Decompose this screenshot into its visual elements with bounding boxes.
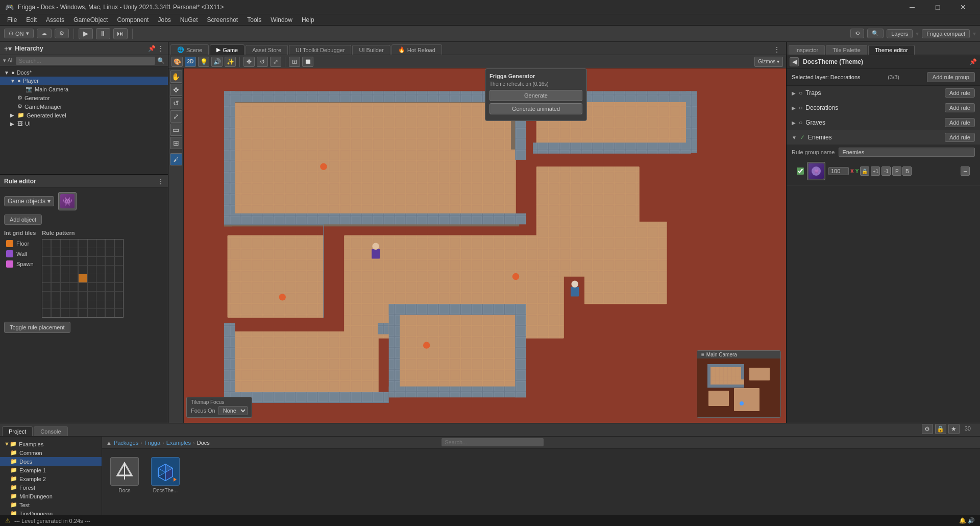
- p-button[interactable]: P: [892, 166, 901, 176]
- rule-cell-5-2[interactable]: [61, 283, 69, 291]
- file-item-common[interactable]: 📁 Common: [0, 448, 102, 457]
- rule-cell-6-0[interactable]: [42, 292, 51, 300]
- nav-back-button[interactable]: ◀: [790, 57, 799, 66]
- rule-cell-3-5[interactable]: [88, 266, 96, 274]
- rule-cell-8-8[interactable]: [115, 309, 123, 317]
- inspector-pin-icon[interactable]: 📌: [969, 58, 977, 65]
- file-item-docs[interactable]: 📁 Docs: [0, 457, 102, 466]
- rule-cell-7-5[interactable]: [88, 300, 96, 308]
- rotate-tool-button[interactable]: ↺: [170, 97, 182, 109]
- breadcrumb-examples[interactable]: Examples: [166, 440, 191, 446]
- rule-cell-2-3[interactable]: [69, 257, 78, 265]
- maximize-button[interactable]: □: [926, 0, 949, 14]
- rule-cell-8-0[interactable]: [42, 309, 51, 317]
- search-button[interactable]: 🔍: [867, 29, 884, 38]
- view-grid-button[interactable]: ⊞: [289, 57, 300, 67]
- minus-one-button[interactable]: -1: [881, 166, 891, 176]
- menu-tools[interactable]: Tools: [243, 15, 265, 25]
- rule-cell-7-2[interactable]: [61, 300, 69, 308]
- menu-gameobject[interactable]: GameObject: [69, 15, 112, 25]
- file-item-examples[interactable]: ▼📁 Examples: [0, 440, 102, 448]
- asset-store-tab[interactable]: Asset Store: [246, 45, 288, 55]
- move-tool-button[interactable]: ✥: [170, 84, 182, 96]
- hierarchy-menu-icon[interactable]: ⋮: [158, 45, 164, 52]
- rule-cell-8-5[interactable]: [88, 309, 96, 317]
- frigga-compact-button[interactable]: Frigga compact: [922, 29, 970, 38]
- rule-cell-1-6[interactable]: [96, 248, 105, 256]
- rule-cell-3-6[interactable]: [96, 266, 105, 274]
- view-audio-button[interactable]: 🔊: [211, 57, 223, 67]
- hand-tool-button[interactable]: ✋: [170, 70, 182, 83]
- rule-cell-6-5[interactable]: [88, 292, 96, 300]
- plus-one-button[interactable]: +1: [871, 166, 880, 176]
- ui-toolkit-tab[interactable]: UI Toolkit Debugger: [289, 45, 351, 55]
- menu-jobs[interactable]: Jobs: [154, 15, 175, 25]
- game-objects-selector[interactable]: Game objects ▾: [4, 196, 54, 206]
- hierarchy-item-docs[interactable]: ▼ ● Docs*: [0, 68, 168, 77]
- tile-floor[interactable]: Floor: [4, 239, 36, 248]
- rule-cell-8-3[interactable]: [69, 309, 78, 317]
- rule-cell-0-2[interactable]: [61, 240, 69, 248]
- enemies-rule-checkbox[interactable]: [797, 168, 804, 175]
- hierarchy-item-player[interactable]: ▼ ● Player: [0, 77, 168, 85]
- rule-cell-2-2[interactable]: [61, 257, 69, 265]
- file-item-test[interactable]: 📁 Test: [0, 500, 102, 509]
- rect-tool-button[interactable]: ▭: [170, 124, 182, 136]
- tile-spawn[interactable]: Spawn: [4, 259, 36, 269]
- rule-cell-2-7[interactable]: [106, 257, 114, 265]
- menu-nuget[interactable]: NuGet: [176, 15, 202, 25]
- menu-window[interactable]: Window: [266, 15, 297, 25]
- rule-cell-0-3[interactable]: [69, 240, 78, 248]
- view-light-button[interactable]: 💡: [198, 57, 209, 67]
- rule-cell-8-2[interactable]: [61, 309, 69, 317]
- rule-cell-7-8[interactable]: [115, 300, 123, 308]
- rule-cell-8-4[interactable]: [79, 309, 87, 317]
- scale-tool-button[interactable]: ⤢: [170, 110, 182, 123]
- rule-cell-6-7[interactable]: [106, 292, 114, 300]
- traps-add-rule-button[interactable]: Add rule: [945, 88, 975, 98]
- file-asset-docstheme[interactable]: DocsThe...: [149, 455, 182, 495]
- close-button[interactable]: ✕: [951, 0, 975, 14]
- rule-cell-7-4[interactable]: [79, 300, 87, 308]
- menu-screenshot[interactable]: Screenshot: [203, 15, 242, 25]
- tile-wall[interactable]: Wall: [4, 249, 36, 258]
- graves-add-rule-button[interactable]: Add rule: [945, 118, 975, 127]
- rule-cell-0-6[interactable]: [96, 240, 105, 248]
- enemies-value-input[interactable]: [828, 167, 849, 175]
- rule-cell-6-2[interactable]: [61, 292, 69, 300]
- hierarchy-search-input[interactable]: [16, 57, 155, 65]
- enemies-group-header[interactable]: ▼ ✓ Enemies Add rule: [787, 130, 980, 145]
- rule-cell-2-5[interactable]: [88, 257, 96, 265]
- hot-reload-tab[interactable]: 🔥 Hot Reload: [391, 44, 442, 55]
- rule-cell-3-3[interactable]: [69, 266, 78, 274]
- view-move-button[interactable]: ✥: [243, 57, 255, 67]
- step-button[interactable]: ⏭: [113, 28, 128, 39]
- hierarchy-item-gamemanager[interactable]: ⚙ GameManager: [0, 102, 168, 111]
- rule-cell-0-4[interactable]: [79, 240, 87, 248]
- rule-cell-1-5[interactable]: [88, 248, 96, 256]
- view-2d-button[interactable]: 2D: [185, 57, 196, 67]
- menu-edit[interactable]: Edit: [22, 15, 41, 25]
- inspector-tab[interactable]: Inspector: [789, 45, 825, 55]
- add-rule-group-button[interactable]: Add rule group: [927, 72, 975, 82]
- hierarchy-item-main-camera[interactable]: 📷 Main Camera: [0, 85, 168, 93]
- rule-cell-5-1[interactable]: [52, 283, 60, 291]
- rule-cell-3-0[interactable]: [42, 266, 51, 274]
- rule-cell-3-4[interactable]: [79, 266, 87, 274]
- rule-cell-3-2[interactable]: [61, 266, 69, 274]
- bc-up-icon[interactable]: ▲: [106, 440, 112, 446]
- view-rotate-button[interactable]: ↺: [257, 57, 268, 67]
- hierarchy-item-generator[interactable]: ⚙ Generator: [0, 93, 168, 102]
- project-lock-button[interactable]: 🔒: [935, 424, 946, 434]
- file-item-minidungeon[interactable]: 📁 MiniDungeon: [0, 492, 102, 500]
- view-snap-button[interactable]: 🔲: [302, 57, 313, 67]
- rule-cell-0-7[interactable]: [106, 240, 114, 248]
- minimize-button[interactable]: ─: [900, 0, 924, 14]
- rule-cell-7-0[interactable]: [42, 300, 51, 308]
- view-gizmos-button[interactable]: Gizmos ▾: [754, 57, 783, 67]
- menu-file[interactable]: File: [3, 15, 21, 25]
- rule-cell-2-1[interactable]: [52, 257, 60, 265]
- hierarchy-plus-icon[interactable]: +▾: [4, 44, 12, 53]
- rule-cell-4-0[interactable]: [42, 274, 51, 282]
- file-item-example1[interactable]: 📁 Example 1: [0, 466, 102, 474]
